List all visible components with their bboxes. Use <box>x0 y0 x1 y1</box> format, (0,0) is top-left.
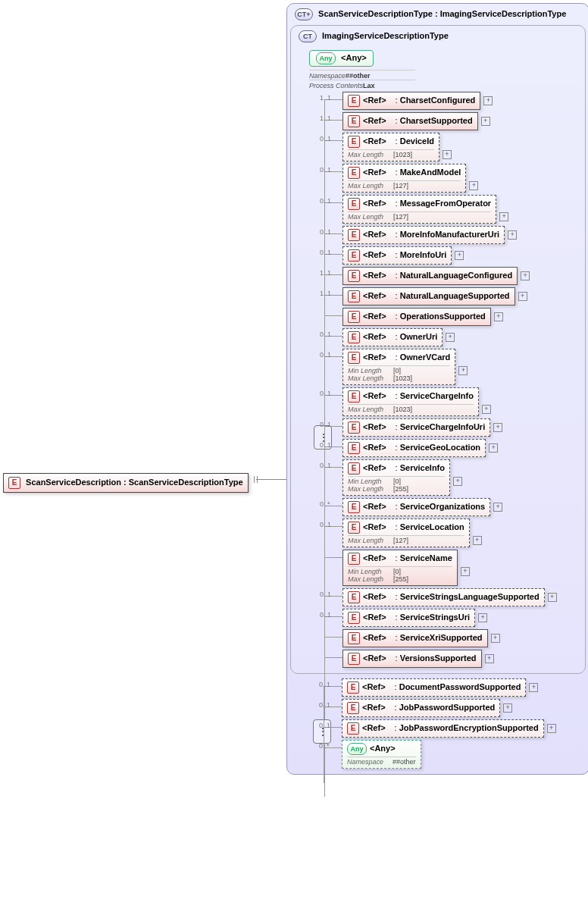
e-badge-icon: E <box>348 442 360 454</box>
element-ref-ownervcard[interactable]: E<Ref>OwnerVCardMin Length[0]Max Length[… <box>342 349 455 385</box>
expand-icon[interactable]: + <box>453 477 462 486</box>
element-ref-servicechargeinfo[interactable]: E<Ref>ServiceChargeInfoMax Length[1023] <box>342 387 479 416</box>
prop-value: ##other <box>393 758 416 766</box>
expand-icon[interactable]: + <box>503 703 512 713</box>
element-ref-servicechargeinfouri[interactable]: E<Ref>ServiceChargeInfoUri <box>342 418 490 437</box>
expand-icon[interactable]: + <box>458 366 468 375</box>
element-ref-row: E<Ref>OperationsSupported+ <box>342 308 582 326</box>
ref-token: <Ref> <box>363 391 386 400</box>
element-ref-servicexrisupported[interactable]: E<Ref>ServiceXriSupported <box>342 629 488 647</box>
element-ref-servicestringsuri[interactable]: E<Ref>ServiceStringsUri <box>342 609 475 627</box>
element-ref-row: E<Ref>ServiceXriSupported+ <box>342 629 582 647</box>
e-badge-icon: E <box>348 612 360 624</box>
e-badge-icon: E <box>347 681 359 694</box>
expand-icon[interactable]: + <box>548 593 557 602</box>
e-badge-icon: E <box>348 270 360 282</box>
expand-icon[interactable]: + <box>485 654 494 663</box>
element-ref-operationssupported[interactable]: E<Ref>OperationsSupported <box>342 308 491 326</box>
ref-name: OwnerVCard <box>396 352 451 362</box>
ref-name: MoreInfoUri <box>396 250 447 259</box>
element-ref-owneruri[interactable]: E<Ref>OwnerUri <box>342 328 443 346</box>
e-badge-icon: E <box>348 290 360 302</box>
expand-icon[interactable]: + <box>518 292 527 301</box>
element-ref-moreinfouri[interactable]: E<Ref>MoreInfoUri <box>342 246 452 265</box>
prop-value: [1023] <box>393 374 412 382</box>
prop-key: Max Length <box>348 537 393 544</box>
expand-icon[interactable]: + <box>473 536 482 545</box>
element-ref-serviceorganizations[interactable]: E<Ref>ServiceOrganizations <box>342 498 490 516</box>
element-ref-jobpasswordsupported[interactable]: E<Ref>JobPasswordSupported <box>342 699 500 717</box>
element-ref-makeandmodel[interactable]: E<Ref>MakeAndModelMax Length[127] <box>342 164 466 193</box>
e-badge-icon: E <box>348 591 360 603</box>
element-ref-serviceinfo[interactable]: E<Ref>ServiceInfoMin Length[0]Max Length… <box>342 459 450 496</box>
expand-icon[interactable]: + <box>478 613 487 622</box>
element-ref-row: E<Ref>VersionsSupported+ <box>342 650 582 668</box>
cardinality-label: 1..1 <box>320 269 331 277</box>
cardinality-label: 0..1 <box>319 681 330 688</box>
cardinality-label: 1..1 <box>320 114 331 122</box>
expand-icon[interactable]: + <box>489 443 498 453</box>
expand-icon[interactable]: + <box>521 271 530 280</box>
expand-icon[interactable]: + <box>494 312 503 321</box>
cardinality-label: 0..* <box>320 500 330 508</box>
element-ref-row: 1..1E<Ref>CharsetSupported+ <box>342 112 582 130</box>
element-ref-naturallanguagesupported[interactable]: E<Ref>NaturalLanguageSupported <box>342 287 515 305</box>
any-wildcard-bottom[interactable]: Any<Any>Namespace##other <box>342 740 421 769</box>
any-wildcard-top[interactable]: Any <Any> <box>309 50 374 67</box>
ref-token: <Ref> <box>363 443 386 452</box>
element-ref-documentpasswordsupported[interactable]: E<Ref>DocumentPasswordSupported <box>342 678 526 697</box>
element-ref-versionssupported[interactable]: E<Ref>VersionsSupported <box>342 650 482 668</box>
expand-icon[interactable]: + <box>461 567 470 576</box>
element-ref-jobpasswordencryptionsupported[interactable]: E<Ref>JobPasswordEncryptionSupported <box>342 719 544 738</box>
element-ref-row: 0..1E<Ref>MessageFromOperatorMax Length[… <box>342 195 582 224</box>
element-ref-servicegeolocation[interactable]: E<Ref>ServiceGeoLocation <box>342 439 486 457</box>
element-ref-moreinfomanufactureruri[interactable]: E<Ref>MoreInfoManufacturerUri <box>342 226 505 244</box>
element-ref-row: 0..1E<Ref>ServiceGeoLocation+ <box>342 439 582 457</box>
ct-badge-icon: CT <box>299 30 317 42</box>
ref-token: <Ref> <box>363 96 386 105</box>
element-ref-charsetsupported[interactable]: E<Ref>CharsetSupported <box>342 112 478 130</box>
cardinality-label: 0..1 <box>320 441 331 449</box>
element-ref-row: 0..1E<Ref>ServiceChargeInfoUri+ <box>342 418 582 437</box>
cardinality-label: 0..1 <box>320 390 331 397</box>
ref-token: <Ref> <box>363 352 386 362</box>
e-badge-icon: E <box>347 702 359 714</box>
e-badge-icon: E <box>348 249 360 262</box>
prop-key: Namespace <box>347 758 393 766</box>
cardinality-label: 0..1 <box>320 166 331 174</box>
any-wildcard-label: <Any> <box>341 53 367 62</box>
root-element[interactable]: E ScanServiceDescription : ScanServiceDe… <box>3 473 249 493</box>
ref-token: <Ref> <box>363 136 386 146</box>
expand-icon[interactable]: + <box>508 230 517 240</box>
expand-icon[interactable]: + <box>493 503 502 512</box>
prop-value: [1023] <box>393 406 412 413</box>
cardinality-label: 0..1 <box>320 228 331 236</box>
ref-token: <Ref> <box>362 723 386 732</box>
element-ref-servicelocation[interactable]: E<Ref>ServiceLocationMax Length[127] <box>342 519 470 547</box>
e-badge-icon: E <box>8 477 20 489</box>
expand-icon[interactable]: + <box>481 117 490 126</box>
expand-icon[interactable]: + <box>455 251 464 260</box>
element-ref-naturallanguageconfigured[interactable]: E<Ref>NaturalLanguageConfigured <box>342 267 518 285</box>
ref-name: ServiceStringsLanguageSupported <box>396 592 540 601</box>
expand-icon[interactable]: + <box>491 634 500 643</box>
ref-name: MakeAndModel <box>396 168 461 177</box>
expand-icon[interactable]: + <box>482 405 491 414</box>
element-ref-messagefromoperator[interactable]: E<Ref>MessageFromOperatorMax Length[127] <box>342 195 496 224</box>
element-ref-charsetconfigured[interactable]: E<Ref>CharsetConfigured <box>342 92 480 110</box>
expand-icon[interactable]: + <box>499 212 508 221</box>
expand-icon[interactable]: + <box>529 683 538 692</box>
element-ref-servicename[interactable]: E<Ref>ServiceNameMin Length[0]Max Length… <box>342 550 458 586</box>
connector-line <box>256 479 286 480</box>
e-badge-icon: E <box>348 522 360 534</box>
expand-icon[interactable]: + <box>446 333 455 342</box>
expand-icon[interactable]: + <box>483 96 493 105</box>
element-ref-row: 0..1E<Ref>ServiceStringsLanguageSupporte… <box>342 588 582 606</box>
expand-icon[interactable]: + <box>547 724 556 733</box>
expand-icon[interactable]: + <box>493 423 502 432</box>
element-ref-deviceid[interactable]: E<Ref>DeviceIdMax Length[1023] <box>342 133 439 161</box>
expand-icon[interactable]: + <box>469 181 478 190</box>
element-ref-servicestringslanguagesupported[interactable]: E<Ref>ServiceStringsLanguageSupported <box>342 588 545 606</box>
expand-icon[interactable]: + <box>443 150 452 159</box>
element-ref-row: 0..1E<Ref>MoreInfoManufacturerUri+ <box>342 226 582 244</box>
